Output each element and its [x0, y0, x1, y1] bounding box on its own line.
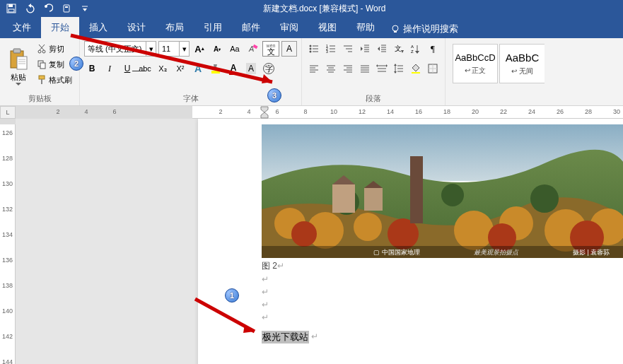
- annotation-3: 3: [267, 88, 281, 102]
- svg-text:3: 3: [326, 49, 328, 54]
- touch-mode-button[interactable]: [58, 1, 75, 16]
- svg-rect-112: [364, 188, 383, 211]
- ruler-tick: 144: [2, 358, 13, 364]
- paragraph-mark: ↵: [311, 331, 318, 341]
- ruler-tick: 2: [219, 108, 222, 115]
- paste-label: 粘贴: [11, 72, 26, 83]
- svg-rect-12: [13, 49, 21, 53]
- svg-rect-88: [412, 72, 420, 74]
- document-area[interactable]: ▢ 中国国家地理 最美观景拍摄点 摄影 | 袁蓉荪 图 2↵ ↵↵↵↵ 极光下载…: [16, 119, 623, 364]
- ruler-tick: 140: [2, 307, 13, 315]
- style-name: ↩ 正文: [465, 66, 487, 76]
- ruler-tick: 18: [443, 108, 450, 115]
- bulb-icon: [390, 24, 400, 34]
- align-center-button[interactable]: [323, 61, 339, 76]
- svg-marker-87: [394, 71, 397, 74]
- ruler-tick: 24: [528, 108, 535, 115]
- svg-rect-13: [17, 57, 27, 69]
- svg-marker-60: [415, 51, 419, 54]
- ruler-tick: 6: [275, 108, 279, 115]
- group-paragraph: 123 文 AZ ¶ 段落: [302, 38, 446, 105]
- asian-layout-button[interactable]: 文: [391, 41, 407, 57]
- ruler-tick: 126: [2, 129, 13, 136]
- svg-marker-92: [261, 107, 268, 112]
- decrease-indent-button[interactable]: [357, 41, 373, 57]
- svg-point-19: [42, 50, 45, 53]
- svg-line-115: [71, 35, 272, 82]
- shading-button[interactable]: [408, 61, 424, 76]
- ruler-v-margin: [0, 119, 16, 124]
- ruler-tick: 30: [613, 108, 620, 115]
- selected-text[interactable]: 极光下载站: [262, 331, 309, 344]
- ruler-tick: 12: [359, 108, 366, 115]
- style-normal[interactable]: AaBbCcD ↩ 正文: [453, 44, 498, 83]
- tab-view[interactable]: 视图: [308, 17, 347, 38]
- ruler-vertical[interactable]: 126128130132134136138140142144: [0, 119, 16, 364]
- show-marks-button[interactable]: ¶: [425, 41, 441, 57]
- svg-rect-24: [39, 76, 45, 79]
- image-caption[interactable]: 图 2↵: [262, 260, 284, 272]
- style-preview: AaBbCcD: [455, 52, 495, 63]
- svg-rect-23: [40, 63, 45, 69]
- ruler-tick: 28: [585, 108, 592, 115]
- bullets-button[interactable]: [306, 41, 322, 57]
- svg-text:A: A: [411, 45, 414, 49]
- ruler-corner[interactable]: L: [0, 106, 16, 119]
- scissors-icon: [37, 44, 47, 54]
- svg-marker-8: [83, 8, 87, 11]
- ruler-tick: 14: [387, 108, 394, 115]
- undo-button[interactable]: [21, 1, 38, 16]
- ruler-tick: 4: [247, 108, 250, 115]
- tell-me-label: 操作说明搜索: [403, 23, 458, 35]
- ruler-tick: 138: [2, 282, 13, 289]
- ruler-horizontal[interactable]: 246246810121416182022242628303234: [16, 106, 623, 119]
- paragraph-group-label: 段落: [306, 92, 441, 104]
- svg-marker-17: [16, 83, 21, 86]
- tell-me-search[interactable]: 操作说明搜索: [385, 20, 464, 38]
- svg-point-107: [441, 184, 464, 206]
- borders-button[interactable]: [425, 61, 441, 76]
- paste-icon: [8, 48, 28, 71]
- chevron-down-icon: [16, 83, 21, 86]
- justify-button[interactable]: [357, 61, 373, 76]
- line-spacing-button[interactable]: [391, 61, 407, 76]
- ruler-tick: 22: [500, 108, 507, 115]
- svg-rect-6: [65, 6, 68, 8]
- ruler-tick: 4: [84, 108, 88, 115]
- watermark-right: 摄影 | 袁蓉荪: [573, 249, 610, 256]
- redo-button[interactable]: [40, 1, 57, 16]
- distributed-button[interactable]: [374, 61, 390, 76]
- align-left-button[interactable]: [306, 61, 322, 76]
- window-title: 新建文档.docx [兼容模式] - Word: [96, 3, 623, 15]
- svg-point-9: [392, 25, 398, 31]
- ruler-tick: 130: [2, 180, 13, 187]
- svg-rect-5: [64, 5, 69, 12]
- paste-button[interactable]: 粘贴: [4, 41, 33, 92]
- svg-rect-10: [394, 31, 397, 33]
- style-name: ↩ 无间: [511, 66, 533, 76]
- svg-rect-25: [41, 79, 42, 84]
- svg-point-108: [530, 184, 559, 213]
- qat-customize-button[interactable]: [76, 1, 93, 16]
- svg-marker-80: [376, 64, 378, 67]
- align-right-button[interactable]: [340, 61, 356, 76]
- document-image[interactable]: ▢ 中国国家地理 最美观景拍摄点 摄影 | 袁蓉荪: [262, 124, 623, 258]
- increase-indent-button[interactable]: [374, 41, 390, 57]
- annotation-2: 2: [69, 57, 83, 71]
- ruler-tick: 20: [472, 108, 479, 115]
- save-button[interactable]: [3, 1, 20, 16]
- sort-button[interactable]: AZ: [408, 41, 424, 57]
- tab-help[interactable]: 帮助: [347, 17, 385, 38]
- svg-point-30: [310, 45, 312, 47]
- first-line-indent-marker[interactable]: [260, 106, 269, 119]
- svg-rect-110: [332, 184, 355, 213]
- svg-marker-116: [262, 74, 272, 83]
- svg-marker-50: [378, 47, 380, 51]
- multilevel-list-button[interactable]: [340, 41, 356, 57]
- tab-file[interactable]: 文件: [3, 17, 41, 38]
- copy-icon: [37, 59, 47, 69]
- svg-rect-1: [8, 4, 13, 7]
- ruler-margin-area: [16, 106, 192, 119]
- numbering-button[interactable]: 123: [323, 41, 339, 57]
- style-nospacing[interactable]: AaBbC ↩ 无间: [499, 44, 545, 83]
